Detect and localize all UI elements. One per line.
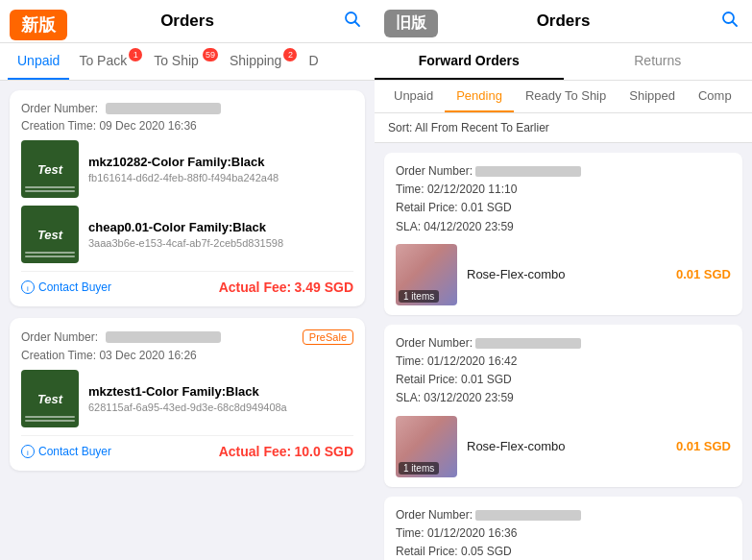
right-order-card-1: Order Number: Time: 02/12/2020 11:10 Ret…	[384, 153, 742, 315]
actual-fee-1: Actual Fee: 3.49 SGD	[219, 280, 353, 295]
right-order-num-2	[475, 338, 581, 349]
order-card: Order Number: Creation Time: 09 Dec 2020…	[10, 90, 365, 306]
tab-unpaid[interactable]: Unpaid	[8, 43, 69, 80]
right-order-num-3	[475, 510, 581, 521]
order-header-2: Order Number: PreSale	[21, 329, 353, 345]
to-pack-badge: 1	[129, 48, 142, 61]
svg-line-1	[355, 21, 360, 26]
left-order-list: Order Number: Creation Time: 09 Dec 2020…	[0, 81, 375, 560]
right-order-num-1	[475, 166, 581, 177]
product-name-3: mkztest1-Color Family:Black	[88, 384, 353, 399]
right-order-card-2: Order Number: Time: 01/12/2020 16:42 Ret…	[384, 325, 742, 487]
order-card-2: Order Number: PreSale Creation Time: 03 …	[10, 318, 365, 471]
tab-to-ship[interactable]: To Ship 59	[144, 43, 220, 80]
right-page-title: Orders	[537, 12, 591, 31]
right-product-row-1: 1 items Rose-Flex-combo 0.01 SGD	[396, 244, 731, 305]
actual-fee-2: Actual Fee: 10.0 SGD	[219, 444, 353, 459]
right-price-2: 0.01 SGD	[676, 439, 731, 453]
subtab-comp[interactable]: Comp	[687, 81, 743, 112]
order-footer-2: i Contact Buyer Actual Fee: 10.0 SGD	[21, 435, 353, 459]
tab-returns[interactable]: Returns	[564, 43, 753, 80]
product-id: fb161614-d6d2-4feb-88f0-f494ba242a48	[88, 172, 353, 183]
shipping-badge: 2	[283, 48, 297, 61]
right-product-name-1: Rose-Flex-combo	[467, 267, 667, 281]
product-info: mkz10282-Color Family:Black fb161614-d6d…	[88, 155, 353, 183]
left-panel: 新版 ‹ Orders Unpaid To Pack 1 To Ship 59 …	[0, 0, 375, 560]
items-badge-1: 1 items	[399, 290, 439, 303]
svg-line-7	[733, 21, 738, 26]
product-item-2: Test cheap0.01-Color Family:Black 3aaa3b…	[21, 206, 353, 263]
right-price-1: 0.01 SGD	[676, 267, 731, 281]
right-order-meta-3: Order Number: Time: 01/12/2020 16:36 Ret…	[396, 506, 731, 561]
right-order-list: Order Number: Time: 02/12/2020 11:10 Ret…	[375, 143, 752, 560]
left-tabs: Unpaid To Pack 1 To Ship 59 Shipping 2 D	[0, 43, 375, 81]
right-product-thumbnail-1: 1 items	[396, 244, 457, 305]
svg-text:i: i	[27, 449, 29, 457]
forward-returns-tabs: Forward Orders Returns	[375, 43, 752, 81]
tab-forward-orders[interactable]: Forward Orders	[375, 43, 564, 80]
product-item-3: Test mkztest1-Color Family:Black 628115a…	[21, 370, 353, 427]
order-footer-1: i Contact Buyer Actual Fee: 3.49 SGD	[21, 271, 353, 295]
product-thumbnail-2: Test	[21, 206, 79, 263]
old-version-badge: 旧版	[384, 10, 438, 37]
right-order-meta-2: Order Number: Time: 01/12/2020 16:42 Ret…	[396, 334, 731, 408]
right-panel: 旧版 ‹ Orders Forward Orders Returns Unpai…	[375, 0, 752, 560]
new-version-badge: 新版	[10, 10, 67, 40]
contact-buyer-button-2[interactable]: i Contact Buyer	[21, 445, 111, 458]
product-name: mkz10282-Color Family:Black	[88, 155, 353, 169]
right-product-row-2: 1 items Rose-Flex-combo 0.01 SGD	[396, 416, 731, 477]
subtab-ready-to-ship[interactable]: Ready To Ship	[514, 81, 618, 112]
left-page-title: Orders	[160, 12, 214, 31]
product-id-3: 628115af-6a95-43ed-9d3e-68c8d949408a	[88, 402, 353, 413]
presale-badge: PreSale	[303, 329, 353, 345]
right-product-name-2: Rose-Flex-combo	[467, 439, 667, 453]
tab-d[interactable]: D	[299, 43, 327, 80]
right-product-thumbnail-2: 1 items	[396, 416, 457, 477]
product-info-3: mkztest1-Color Family:Black 628115af-6a9…	[88, 384, 353, 413]
product-info-2: cheap0.01-Color Family:Black 3aaa3b6e-e1…	[88, 220, 353, 249]
creation-time-2: Creation Time: 03 Dec 2020 16:26	[21, 349, 353, 362]
creation-time-1: Creation Time: 09 Dec 2020 16:36	[21, 119, 353, 133]
sort-bar: Sort: All From Recent To Earlier	[375, 113, 752, 143]
items-badge-2: 1 items	[399, 462, 439, 475]
order-header-1: Order Number:	[21, 102, 353, 115]
right-search-icon[interactable]	[721, 11, 739, 33]
tab-to-pack[interactable]: To Pack 1	[69, 43, 144, 80]
order-number-value	[106, 103, 221, 114]
subtab-unpaid[interactable]: Unpaid	[382, 81, 445, 112]
subtab-shipped[interactable]: Shipped	[618, 81, 687, 112]
product-item: Test mkz10282-Color Family:Black fb16161…	[21, 140, 353, 198]
to-ship-badge: 59	[203, 48, 218, 61]
product-thumbnail-3: Test	[21, 370, 79, 427]
product-thumbnail: Test	[21, 140, 79, 198]
product-name-2: cheap0.01-Color Family:Black	[88, 220, 353, 234]
right-order-meta-1: Order Number: Time: 02/12/2020 11:10 Ret…	[396, 162, 731, 236]
right-order-card-3: Order Number: Time: 01/12/2020 16:36 Ret…	[384, 497, 742, 561]
contact-buyer-button[interactable]: i Contact Buyer	[21, 280, 111, 294]
order-number-label: Order Number:	[21, 102, 98, 115]
product-id-2: 3aaa3b6e-e153-4caf-ab7f-2ceb5d831598	[88, 237, 353, 249]
svg-text:i: i	[27, 284, 29, 293]
tab-shipping[interactable]: Shipping 2	[220, 43, 300, 80]
subtab-pending[interactable]: Pending	[445, 81, 514, 112]
order-number-value-2	[106, 331, 221, 343]
order-number-label-2: Order Number:	[21, 330, 98, 344]
right-subtabs: Unpaid Pending Ready To Ship Shipped Com…	[375, 81, 752, 113]
search-icon[interactable]	[344, 11, 361, 33]
